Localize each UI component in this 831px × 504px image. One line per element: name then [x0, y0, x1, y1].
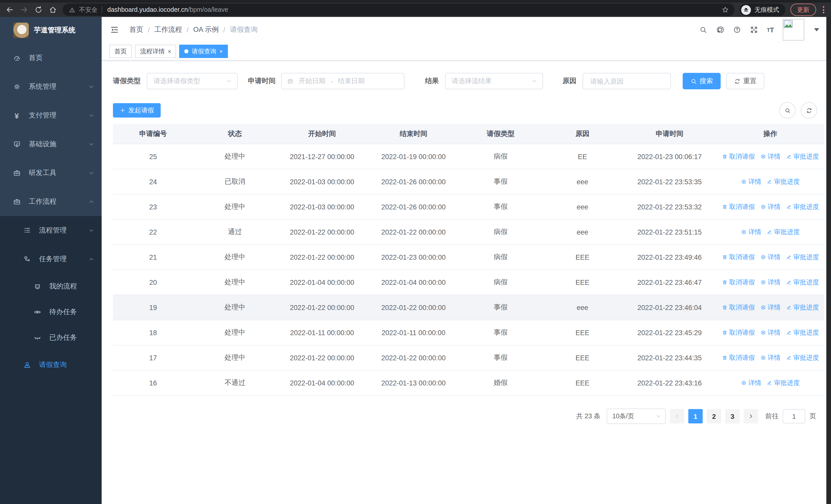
prev-page-button[interactable] — [670, 409, 684, 423]
chevron-down-icon — [656, 413, 662, 419]
edit-icon — [785, 329, 792, 336]
toolbox-icon — [12, 169, 21, 177]
leave-type-select[interactable]: 请选择请假类型 — [147, 73, 238, 89]
sidebar-item-leave-query[interactable]: 请假查询 — [0, 351, 102, 379]
breadcrumb-home[interactable]: 首页 — [130, 25, 143, 34]
breadcrumb-separator: / — [187, 26, 189, 34]
table-row: 16 不通过 2022-01-04 00:00:00 2022-01-13 00… — [113, 370, 824, 396]
chevron-right-icon — [748, 413, 754, 419]
security-label: 不安全 — [79, 5, 97, 14]
detail-link[interactable]: 详情 — [760, 203, 780, 211]
reset-button-label: 重置 — [743, 77, 756, 86]
font-size-icon[interactable]: TT — [767, 26, 774, 34]
next-page-button[interactable] — [744, 409, 758, 423]
page-button-2[interactable]: 2 — [707, 409, 721, 423]
apply-time-label: 申请时间 — [248, 77, 276, 86]
progress-link[interactable]: 审批进度 — [785, 152, 819, 161]
refresh-table-icon[interactable] — [801, 102, 817, 119]
app-logo-row[interactable]: 芋道管理系统 — [0, 17, 102, 43]
sidebar-item-task-mgmt[interactable]: 任务管理 — [0, 245, 102, 273]
github-icon[interactable] — [716, 26, 724, 34]
page-size-select[interactable]: 10条/页 — [607, 409, 666, 424]
cancel-leave-link[interactable]: 取消请假 — [721, 303, 755, 312]
sidebar-item-my-process[interactable]: 我的流程 — [0, 273, 102, 299]
menu-fold-icon[interactable] — [108, 23, 121, 36]
reset-button[interactable]: 重置 — [726, 73, 764, 89]
avatar[interactable] — [783, 19, 804, 40]
cancel-leave-link[interactable]: 取消请假 — [721, 278, 755, 287]
goto-page-input[interactable] — [783, 409, 805, 423]
progress-link[interactable]: 审批进度 — [766, 177, 800, 186]
sidebar-item-dev-tools[interactable]: 研发工具 — [0, 158, 102, 187]
progress-link[interactable]: 审批进度 — [785, 328, 819, 337]
chevron-up-icon — [88, 199, 94, 205]
sidebar-item-system[interactable]: 系统管理 — [0, 72, 102, 101]
detail-link[interactable]: 详情 — [760, 303, 780, 312]
sidebar-item-home[interactable]: 首页 — [0, 43, 102, 72]
sidebar-item-workflow[interactable]: 工作流程 — [0, 187, 102, 216]
tab-leave-query[interactable]: 请假查询 × — [179, 45, 228, 58]
progress-link[interactable]: 审批进度 — [785, 278, 819, 287]
apply-time-range-picker[interactable]: 开始日期 - 结束日期 — [281, 73, 404, 89]
cancel-leave-link[interactable]: 取消请假 — [721, 203, 755, 211]
sidebar-item-process-mgmt[interactable]: 流程管理 — [0, 216, 102, 245]
sidebar-item-infrastructure[interactable]: 基础设施 — [0, 130, 102, 158]
tab-process-detail[interactable]: 流程详情 × — [135, 45, 176, 58]
caret-down-icon[interactable] — [814, 28, 819, 31]
col-header-type: 请假类型 — [459, 129, 542, 139]
progress-link[interactable]: 审批进度 — [785, 203, 819, 211]
progress-link[interactable]: 审批进度 — [785, 303, 819, 312]
delete-icon — [721, 304, 727, 310]
search-icon[interactable] — [699, 26, 707, 34]
progress-link[interactable]: 审批进度 — [766, 228, 800, 236]
address-bar[interactable]: 不安全 dashboard.yudao.iocoder.cn/bpm/oa/le… — [63, 4, 735, 16]
create-leave-button[interactable]: 发起请假 — [113, 103, 161, 118]
sidebar-item-payment[interactable]: ¥ 支付管理 — [0, 101, 102, 130]
bookmark-star-icon[interactable] — [721, 6, 729, 14]
page-button-1[interactable]: 1 — [688, 409, 703, 423]
search-button[interactable]: 搜索 — [683, 73, 721, 89]
page-button-3[interactable]: 3 — [725, 409, 740, 423]
edit-icon — [766, 380, 773, 386]
sidebar-item-done-tasks[interactable]: 已办任务 — [0, 325, 102, 351]
fullscreen-icon[interactable] — [750, 26, 758, 34]
cancel-leave-link[interactable]: 取消请假 — [721, 353, 755, 362]
cancel-leave-link[interactable]: 取消请假 — [721, 328, 755, 337]
detail-link[interactable]: 详情 — [760, 328, 780, 337]
show-search-icon[interactable] — [779, 102, 796, 119]
detail-link[interactable]: 详情 — [760, 253, 780, 262]
close-icon[interactable]: × — [168, 49, 171, 54]
progress-link[interactable]: 审批进度 — [785, 353, 819, 362]
detail-link[interactable]: 详情 — [760, 278, 780, 287]
view-icon — [760, 153, 766, 159]
result-select[interactable]: 请选择流结果 — [445, 73, 543, 89]
detail-link[interactable]: 详情 — [741, 177, 761, 186]
browser-forward-icon[interactable] — [20, 5, 29, 14]
breadcrumb-oa-example[interactable]: OA 示例 — [193, 25, 219, 34]
sidebar-item-label: 任务管理 — [39, 255, 88, 264]
chevron-up-icon — [88, 256, 94, 262]
progress-link[interactable]: 审批进度 — [766, 379, 800, 387]
browser-scrollbar[interactable] — [826, 17, 831, 504]
browser-reload-icon[interactable] — [34, 5, 43, 14]
sidebar-item-todo-tasks[interactable]: 待办任务 — [0, 299, 102, 325]
detail-link[interactable]: 详情 — [741, 379, 761, 387]
delete-icon — [721, 204, 727, 210]
detail-link[interactable]: 详情 — [741, 228, 761, 236]
reason-input[interactable] — [589, 77, 664, 85]
breadcrumb-separator: / — [148, 26, 150, 34]
sidebar-item-label: 研发工具 — [29, 168, 88, 178]
detail-link[interactable]: 详情 — [760, 152, 780, 161]
breadcrumb-workflow[interactable]: 工作流程 — [154, 25, 182, 34]
detail-link[interactable]: 详情 — [760, 353, 780, 362]
cancel-leave-link[interactable]: 取消请假 — [721, 152, 755, 161]
browser-back-icon[interactable] — [5, 5, 15, 14]
browser-menu-icon[interactable] — [821, 6, 826, 13]
browser-update-button[interactable]: 更新 — [791, 4, 816, 16]
help-icon[interactable] — [733, 26, 741, 34]
browser-home-icon[interactable] — [48, 5, 57, 14]
cancel-leave-link[interactable]: 取消请假 — [721, 253, 755, 262]
close-icon[interactable]: × — [220, 49, 223, 54]
progress-link[interactable]: 审批进度 — [785, 253, 819, 262]
tab-home[interactable]: 首页 — [109, 45, 132, 58]
